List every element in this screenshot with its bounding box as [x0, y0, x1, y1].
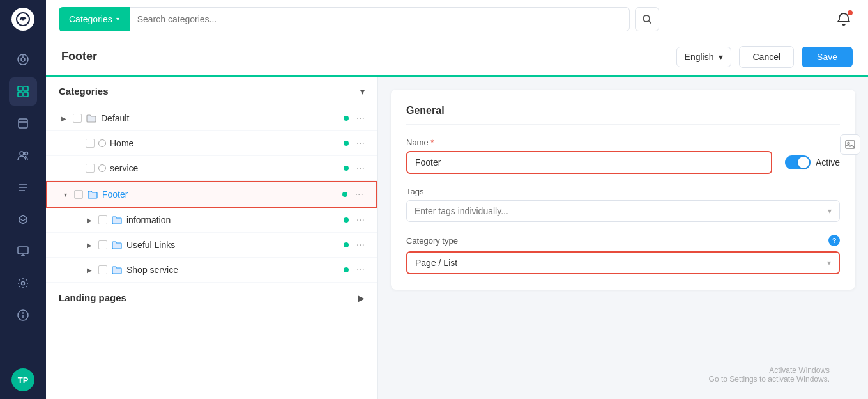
tree-label-information: information — [126, 215, 344, 225]
cancel-button[interactable]: Cancel — [739, 46, 794, 68]
tree-item-footer[interactable]: ▾ Footer ··· — [46, 181, 377, 208]
app-logo[interactable] — [0, 0, 46, 38]
category-type-row: Category type ? — [406, 235, 840, 246]
sidebar-item-users[interactable] — [9, 141, 37, 169]
landing-pages-section[interactable]: Landing pages ▶ — [46, 283, 377, 312]
svg-rect-9 — [19, 119, 27, 128]
search-area: Categories ▾ — [59, 7, 659, 31]
sidebar-item-settings[interactable] — [9, 269, 37, 297]
active-label: Active — [816, 157, 840, 168]
landing-pages-expand-icon[interactable]: ▶ — [358, 293, 365, 303]
tree-item-useful-links[interactable]: ▶ Useful Links ··· — [46, 233, 377, 258]
svg-point-21 — [23, 313, 24, 313]
categories-collapse-button[interactable]: ▾ — [360, 86, 365, 97]
tree-item-service[interactable]: service ··· — [46, 156, 377, 181]
radio-icon-service — [98, 164, 106, 172]
tree-menu-shop-service[interactable]: ··· — [354, 263, 367, 277]
toggle-knob — [798, 157, 809, 168]
tree-menu-service[interactable]: ··· — [354, 161, 367, 175]
tree-checkbox-service[interactable] — [86, 164, 95, 173]
svg-rect-8 — [24, 92, 28, 97]
tree-item-home[interactable]: Home ··· — [46, 131, 377, 156]
tree-expand-shop-service[interactable]: ▶ — [84, 265, 95, 275]
language-chevron-icon: ▾ — [719, 52, 723, 62]
search-input-container — [130, 7, 630, 31]
sidebar-item-layers[interactable] — [9, 77, 37, 106]
name-input-wrap — [406, 151, 772, 174]
category-type-label: Category type — [406, 236, 458, 246]
tree-checkbox-home[interactable] — [86, 139, 95, 148]
status-dot-footer — [342, 192, 347, 197]
categories-button[interactable]: Categories ▾ — [59, 7, 130, 31]
sidebar-item-monitor[interactable] — [9, 237, 37, 265]
sidebar-item-content[interactable] — [9, 173, 37, 201]
tree-expand-information[interactable]: ▶ — [84, 215, 95, 225]
status-dot-useful-links — [344, 242, 349, 247]
panels: Categories ▾ ▶ Default ··· — [46, 77, 868, 399]
language-value: English — [685, 52, 714, 62]
tree-checkbox-default[interactable] — [73, 114, 82, 123]
sidebar-item-dashboard[interactable] — [9, 45, 37, 74]
sidebar-item-box[interactable] — [9, 109, 37, 137]
tree-checkbox-footer[interactable] — [74, 190, 83, 199]
name-input[interactable] — [406, 151, 772, 174]
tree-checkbox-useful-links[interactable] — [98, 240, 107, 249]
sidebar-item-info[interactable] — [9, 301, 37, 329]
status-dot-default — [344, 116, 349, 121]
tree-menu-default[interactable]: ··· — [354, 111, 367, 125]
folder-icon-default — [86, 113, 97, 124]
folder-icon-information — [111, 214, 123, 226]
language-selector[interactable]: English ▾ — [676, 47, 732, 67]
status-dot-shop-service — [344, 267, 349, 272]
tree-menu-footer[interactable]: ··· — [353, 187, 366, 201]
topbar-right — [832, 8, 855, 31]
status-dot-home — [344, 141, 349, 146]
tree-checkbox-shop-service[interactable] — [98, 265, 107, 274]
tree-label-service: service — [110, 163, 344, 173]
content-area: Footer English ▾ Cancel Save Categories … — [46, 38, 868, 399]
tree-label-footer: Footer — [102, 189, 342, 199]
tree-expand-default[interactable]: ▶ — [59, 113, 69, 123]
main-area: Categories ▾ Footer — [46, 0, 868, 399]
tree-item-default[interactable]: ▶ Default ··· — [46, 106, 377, 131]
page-header-actions: English ▾ Cancel Save — [676, 46, 853, 68]
tags-section: Tags ▾ — [406, 187, 840, 222]
save-button[interactable]: Save — [802, 47, 853, 67]
svg-rect-7 — [18, 92, 22, 97]
category-type-help-icon[interactable]: ? — [828, 235, 840, 246]
search-input[interactable] — [137, 14, 621, 24]
tree-menu-information[interactable]: ··· — [354, 213, 367, 227]
page-header: Footer English ▾ Cancel Save — [46, 38, 868, 77]
landing-pages-title: Landing pages — [59, 292, 126, 303]
left-panel: Categories ▾ ▶ Default ··· — [46, 77, 378, 399]
tree-checkbox-information[interactable] — [98, 215, 107, 224]
tree-expand-useful-links[interactable]: ▶ — [84, 240, 95, 250]
general-card: General Name * — [391, 90, 855, 290]
general-section-title: General — [406, 105, 840, 125]
tree-item-shop-service[interactable]: ▶ Shop service ··· — [46, 258, 377, 283]
tags-input[interactable] — [415, 206, 828, 216]
search-button[interactable] — [635, 7, 659, 31]
active-toggle[interactable] — [785, 155, 811, 169]
tree-item-information[interactable]: ▶ information ··· — [46, 208, 377, 233]
name-field-label: Name * — [406, 137, 840, 147]
image-panel-icon[interactable] — [840, 134, 860, 155]
tree-menu-home[interactable]: ··· — [354, 136, 367, 150]
user-avatar[interactable]: TP — [11, 368, 34, 391]
sidebar-item-marketing[interactable] — [9, 205, 37, 233]
tree-expand-footer[interactable]: ▾ — [60, 189, 70, 199]
notification-button[interactable] — [832, 8, 855, 31]
right-panel: General Name * — [378, 77, 868, 399]
categories-chevron-icon: ▾ — [116, 15, 119, 22]
tags-chevron-icon: ▾ — [828, 207, 832, 215]
category-type-section: Category type ? Page / List ▾ — [406, 235, 840, 274]
tags-input-wrap[interactable]: ▾ — [406, 200, 840, 222]
required-indicator: * — [429, 137, 434, 147]
page-title: Footer — [61, 50, 676, 63]
category-type-select[interactable]: Page / List ▾ — [406, 251, 840, 274]
tree-menu-useful-links[interactable]: ··· — [354, 238, 367, 252]
svg-point-25 — [848, 143, 849, 145]
svg-point-1 — [22, 17, 25, 20]
svg-rect-6 — [24, 86, 28, 91]
svg-rect-5 — [18, 86, 22, 91]
